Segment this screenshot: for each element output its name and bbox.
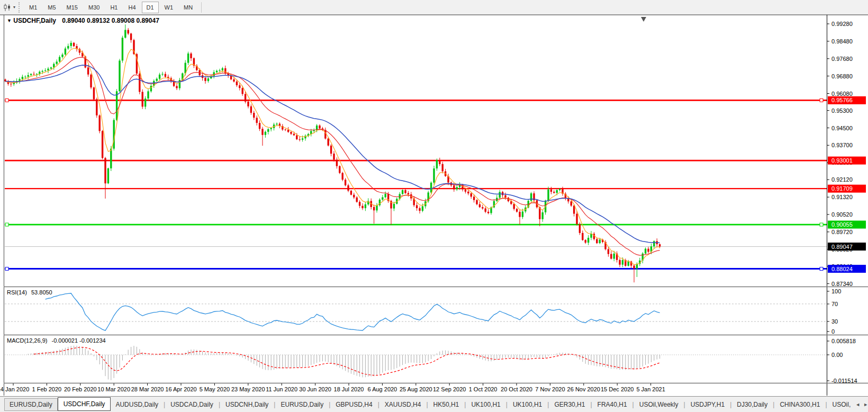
date-axis-label[interactable]: 28 Mar 2020	[131, 386, 164, 392]
date-axis-label[interactable]: 1 Oct 2020	[469, 386, 498, 392]
candle-body	[365, 204, 366, 208]
timeframe-button-m30[interactable]: M30	[84, 2, 104, 13]
line-handle[interactable]	[5, 98, 8, 102]
tab-usoil-weekly[interactable]: USOil,Weekly	[635, 399, 683, 410]
candle-body	[236, 82, 238, 85]
tab-dj30-daily[interactable]: DJ30,Daily	[732, 399, 772, 410]
candle-body	[487, 212, 489, 213]
timeframe-button-d1[interactable]: D1	[142, 2, 159, 13]
price-axis-tick-label: 0.91320	[831, 194, 853, 200]
tab-scroll-right-icon[interactable]: ►	[863, 402, 868, 407]
tab-uk100-h1[interactable]: UK100,H1	[466, 399, 505, 410]
candle-body	[571, 201, 572, 205]
candle-body	[456, 187, 458, 189]
tab-usdjpy-h1[interactable]: USDJPY,H1	[686, 399, 729, 410]
tab-uk100-h1[interactable]: UK100,H1	[508, 399, 547, 410]
date-axis-label[interactable]: 12 Sep 2020	[433, 386, 466, 392]
date-axis-label[interactable]: 18 Jul 2020	[334, 386, 364, 392]
date-axis-label[interactable]: 10 Mar 2020	[97, 386, 130, 392]
candle-body	[22, 77, 23, 79]
tab-scroll-left-icon[interactable]: ◄	[855, 402, 860, 407]
candle-body	[110, 149, 112, 168]
candle-body	[556, 190, 558, 193]
timeframe-button-m5[interactable]: M5	[43, 2, 60, 13]
date-axis-label[interactable]: 7 Nov 2020	[535, 386, 565, 392]
date-axis-label[interactable]: 20 Feb 2020	[64, 386, 97, 392]
chart-background	[0, 15, 868, 396]
tab-eurusd-daily[interactable]: EURUSD,Daily	[4, 398, 58, 411]
symbol-dropdown-icon[interactable]: ▼	[7, 18, 12, 23]
candle-body	[485, 209, 486, 212]
tab-hk50-h1[interactable]: HK50,H1	[429, 399, 464, 410]
date-axis-label[interactable]: 15 Dec 2020	[601, 386, 634, 392]
timeframe-button-w1[interactable]: W1	[160, 2, 178, 13]
price-chart-canvas[interactable]: 0.992800.984800.976800.968800.960800.953…	[0, 0, 868, 412]
tab-china300-h1[interactable]: CHINA300,H1	[775, 399, 825, 410]
candle-body	[350, 191, 352, 195]
date-axis-label[interactable]: 26 Nov 2020	[567, 386, 600, 392]
candle-body	[73, 43, 75, 46]
candle-body	[499, 192, 501, 198]
candle-body	[587, 238, 589, 243]
date-axis-label[interactable]: 20 Oct 2020	[501, 386, 532, 392]
candle-body	[33, 74, 34, 75]
tab-eurusd-daily[interactable]: EURUSD,Daily	[276, 399, 328, 410]
line-handle[interactable]	[820, 98, 823, 102]
rsi-axis-label: 100	[831, 288, 841, 294]
candle-body	[336, 160, 338, 166]
candle-body	[247, 102, 249, 106]
candle-body	[147, 91, 149, 98]
candle-body	[159, 75, 160, 79]
line-handle[interactable]	[820, 267, 823, 271]
candle-body	[290, 132, 292, 134]
date-axis-label[interactable]: 5 Jan 2021	[636, 386, 665, 392]
date-axis-label[interactable]: 5 May 2020	[200, 386, 230, 392]
date-axis-label[interactable]: 30 Jun 2020	[299, 386, 331, 392]
candle-body	[645, 249, 646, 254]
candle-body	[547, 190, 549, 201]
price-axis-tick-label: 0.92120	[831, 176, 853, 183]
date-axis-label[interactable]: 23 May 2020	[231, 386, 265, 392]
candle-body	[622, 260, 623, 265]
candle-body	[116, 91, 117, 120]
macd-axis-label: -0.011514	[831, 378, 857, 384]
line-handle[interactable]	[5, 267, 8, 271]
tab-usdcnh-daily[interactable]: USDCNH,Daily	[221, 399, 273, 410]
date-axis-label[interactable]: 16 Apr 2020	[165, 386, 196, 392]
candle-body	[361, 206, 363, 208]
timeframe-button-m15[interactable]: M15	[62, 2, 83, 13]
timeframe-button-h1[interactable]: H1	[105, 2, 122, 13]
tab-usdcad-daily[interactable]: USDCAD,Daily	[166, 399, 218, 410]
macd-name: MACD(12,26,9)	[7, 337, 47, 344]
tab-audusd-daily[interactable]: AUDUSD,Daily	[111, 399, 163, 410]
date-axis-label[interactable]: 25 Aug 2020	[400, 386, 432, 392]
tab-ger30-h1[interactable]: GER30,H1	[549, 399, 590, 410]
line-handle[interactable]	[5, 223, 8, 226]
candle-body	[582, 233, 583, 240]
timeframe-button-h4[interactable]: H4	[123, 2, 140, 13]
date-axis-label[interactable]: 6 Aug 2020	[368, 386, 397, 392]
date-axis-label[interactable]: 11 Jun 2020	[266, 386, 297, 392]
date-axis-label[interactable]: 1 Feb 2020	[32, 386, 62, 392]
chart-type-dropdown-icon[interactable]: ▾	[13, 5, 15, 10]
date-axis-label[interactable]: 14 Jan 2020	[0, 386, 29, 392]
candle-body	[36, 74, 38, 75]
tab-gbpusd-h4[interactable]: GBPUSD,H4	[331, 399, 377, 410]
candle-body	[530, 193, 532, 201]
rsi-indicator-label: RSI(14) 53.8050	[7, 289, 52, 295]
toolbar-separator	[201, 2, 202, 13]
candle-body	[90, 75, 92, 87]
timeframe-button-m1[interactable]: M1	[24, 2, 42, 13]
candle-body	[347, 185, 349, 191]
tab-fra40-h1[interactable]: FRA40,H1	[593, 399, 632, 410]
tab-usdchf-daily[interactable]: USDCHF,Daily	[58, 397, 111, 411]
tab-xauusd-h4[interactable]: XAUUSD,H4	[380, 399, 426, 410]
tab-usoil-[interactable]: USOil,	[828, 399, 856, 410]
candle-body	[333, 154, 334, 159]
timeframe-button-mn[interactable]: MN	[179, 2, 197, 13]
candle-body	[187, 53, 189, 63]
line-handle[interactable]	[820, 223, 823, 226]
toolbar-grip[interactable]	[19, 2, 22, 13]
chart-type-button[interactable]: ▾	[1, 2, 17, 13]
candle-body	[430, 183, 432, 193]
